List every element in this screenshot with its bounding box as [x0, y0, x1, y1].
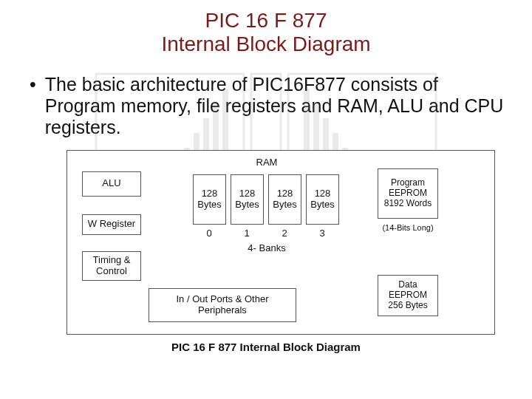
title-line-1: PIC 16 F 877 — [0, 9, 532, 33]
bank-num-2: 2 — [277, 228, 292, 239]
ram-bank-1: 128 Bytes — [231, 174, 264, 225]
program-eeprom-block: Program EEPROM 8192 Words — [378, 168, 438, 219]
alu-block: ALU — [82, 171, 141, 197]
ram-label: RAM — [245, 157, 289, 168]
ram-bank-3: 128 Bytes — [306, 174, 339, 225]
banks-count-label: 4- Banks — [237, 242, 296, 253]
timing-control-block: Timing & Control — [82, 251, 141, 281]
bank-num-0: 0 — [202, 228, 216, 239]
body-text: • The basic architecture of PIC16F877 co… — [0, 56, 532, 145]
w-register-block: W Register — [82, 214, 141, 235]
ram-bank-0: 128 Bytes — [193, 174, 226, 225]
data-eeprom-block: Data EEPROM 256 Bytes — [378, 275, 438, 316]
bullet-icon: • — [30, 74, 36, 137]
title-line-2: Internal Block Diagram — [0, 33, 532, 56]
program-eeprom-bits-label: (14-Bits Long) — [376, 223, 440, 232]
block-diagram: ALU W Register Timing & Control RAM 128 … — [66, 150, 495, 335]
io-peripherals-block: In / Out Ports & Other Peripherals — [149, 288, 296, 322]
bank-num-3: 3 — [315, 228, 330, 239]
slide-title: PIC 16 F 877 Internal Block Diagram — [0, 0, 532, 56]
diagram-caption: PIC 16 F 877 Internal Block Diagram — [0, 341, 532, 353]
bank-num-1: 1 — [239, 228, 254, 239]
bullet-text: The basic architecture of PIC16F877 cons… — [45, 74, 508, 137]
ram-bank-2: 128 Bytes — [268, 174, 301, 225]
